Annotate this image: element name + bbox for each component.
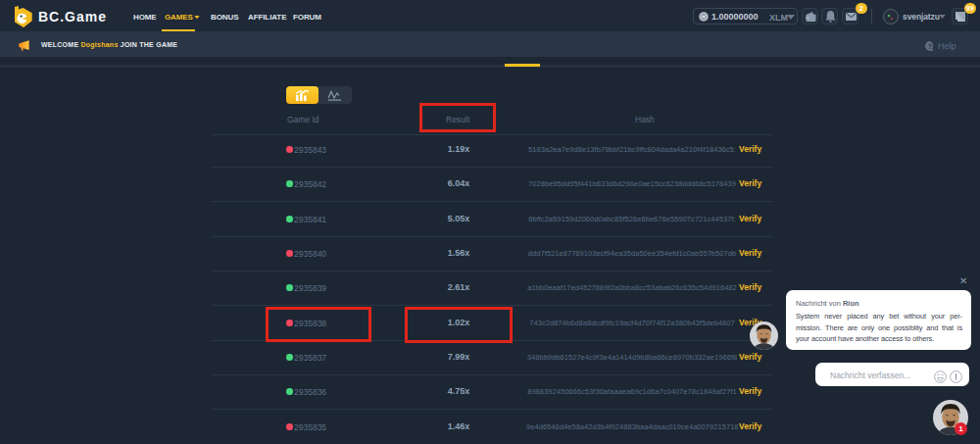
svg-text:?: ? [928, 43, 932, 50]
